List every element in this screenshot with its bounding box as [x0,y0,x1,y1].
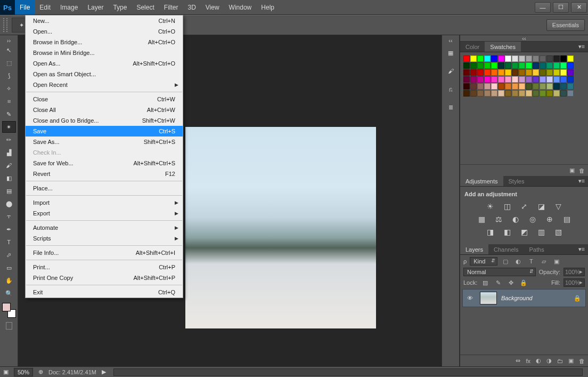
file-menu-item[interactable]: Scripts [26,233,183,244]
status-zoom-icon[interactable]: ⊕ [38,368,43,375]
path-selection-tool[interactable]: ⬀ [2,249,16,261]
panels-collapse[interactable]: ‹‹ [460,35,588,42]
levels-icon[interactable]: ◫ [502,202,512,211]
swatch[interactable] [519,76,525,83]
delete-swatch-icon[interactable]: 🗑 [579,167,585,174]
swatch[interactable] [546,83,553,90]
swatch[interactable] [463,90,470,97]
close-button[interactable]: ✕ [571,2,587,13]
properties-icon[interactable]: ≣ [444,100,458,114]
swatch[interactable] [526,62,532,69]
eyedropper-tool[interactable]: ✎ [2,108,16,120]
file-menu-item[interactable]: Save As...Shift+Ctrl+S [26,137,183,147]
swatch[interactable] [546,76,553,83]
horizontal-scrollbar[interactable] [113,368,583,376]
filter-kind-dropdown[interactable]: Kind [470,257,497,266]
swatch[interactable] [567,76,574,83]
file-menu-item[interactable]: SaveCtrl+S [26,126,183,137]
dodge-tool[interactable]: ⥾ [2,211,16,222]
swatch[interactable] [477,62,484,69]
swatch[interactable] [533,55,539,62]
magic-wand-tool[interactable]: ✧ [2,83,16,94]
menu-filter[interactable]: Filter [159,0,183,14]
swatch[interactable] [567,69,574,76]
layers-tab[interactable]: Layers [460,244,488,254]
swatch[interactable] [498,83,504,90]
crop-tool[interactable]: ⌗ [2,95,16,107]
swatch[interactable] [546,90,553,97]
file-menu-item[interactable]: New...Ctrl+N [26,15,183,26]
color-tab[interactable]: Color [460,42,485,52]
swatch[interactable] [491,62,497,69]
swatch[interactable] [463,55,470,62]
brightness-icon[interactable]: ☀ [485,202,495,211]
swatch[interactable] [533,76,539,83]
file-menu-item[interactable]: ExitCtrl+Q [26,287,183,298]
swatch[interactable] [512,55,518,62]
swatch[interactable] [533,90,539,97]
swatch[interactable] [553,62,560,69]
shape-tool[interactable]: ▭ [2,262,16,274]
swatch[interactable] [484,55,491,62]
swatch[interactable] [477,69,484,76]
healing-brush-tool[interactable]: ✴ [2,121,16,133]
swatch[interactable] [540,62,546,69]
filter-smart-icon[interactable]: ▣ [552,258,561,265]
file-menu-item[interactable]: Close and Go to Bridge...Shift+Ctrl+W [26,115,183,126]
swatch[interactable] [505,62,511,69]
swatch[interactable] [477,55,484,62]
swatch[interactable] [484,83,491,90]
swatch[interactable] [512,90,518,97]
swatch[interactable] [470,90,477,97]
delete-layer-icon[interactable]: 🗑 [579,358,585,364]
swatch[interactable] [519,90,525,97]
swatch[interactable] [505,90,511,97]
swatch[interactable] [526,90,532,97]
invert-icon[interactable]: ◨ [485,227,495,237]
swatch[interactable] [553,69,560,76]
swatch[interactable] [470,76,477,83]
file-menu-item[interactable]: Browse in Bridge...Alt+Ctrl+O [26,37,183,47]
layer-thumbnail[interactable] [480,292,497,304]
file-menu-item[interactable]: Export [26,208,183,219]
swatch[interactable] [498,76,504,83]
swatch[interactable] [519,62,525,69]
swatch[interactable] [540,76,546,83]
marquee-tool[interactable]: ⬚ [2,57,16,69]
styles-tab[interactable]: Styles [503,176,530,186]
adjustment-layer-icon[interactable]: ◑ [546,357,552,364]
file-menu-item[interactable]: CloseCtrl+W [26,94,183,105]
swatch[interactable] [491,55,497,62]
paths-tab[interactable]: Paths [524,244,550,254]
swatch[interactable] [463,76,470,83]
visibility-toggle-icon[interactable]: 👁 [467,295,476,301]
new-layer-icon[interactable]: ▣ [568,357,574,364]
color-picker[interactable] [2,303,16,318]
swatch[interactable] [567,90,574,97]
swatch[interactable] [560,69,567,76]
menu-file[interactable]: File [15,0,35,14]
file-menu-item[interactable]: Print One CopyAlt+Shift+Ctrl+P [26,272,183,283]
channel-mixer-icon[interactable]: ⊕ [544,214,555,224]
swatch[interactable] [470,55,477,62]
file-menu-item[interactable]: Place... [26,183,183,194]
swatch[interactable] [533,83,539,90]
group-icon[interactable]: 🗀 [557,358,563,364]
zoom-tool[interactable]: 🔍 [2,287,16,299]
eraser-tool[interactable]: ◧ [2,172,16,184]
swatch[interactable] [553,90,560,97]
lock-pixels-icon[interactable]: ✎ [493,279,503,286]
dock-collapse[interactable]: ‹‹ [442,37,459,44]
menu-select[interactable]: Select [132,0,159,14]
swatch[interactable] [498,62,504,69]
layer-mask-icon[interactable]: ◐ [536,357,541,364]
gradient-map-icon[interactable]: ▥ [536,227,546,237]
swatch[interactable] [533,69,539,76]
swatch[interactable] [477,76,484,83]
swatch[interactable] [546,55,553,62]
swatch[interactable] [519,55,525,62]
lock-transparency-icon[interactable]: ▨ [480,279,490,286]
file-menu-item[interactable]: Open As...Alt+Shift+Ctrl+O [26,58,183,69]
document-canvas[interactable] [185,127,376,328]
channels-tab[interactable]: Channels [488,244,524,254]
